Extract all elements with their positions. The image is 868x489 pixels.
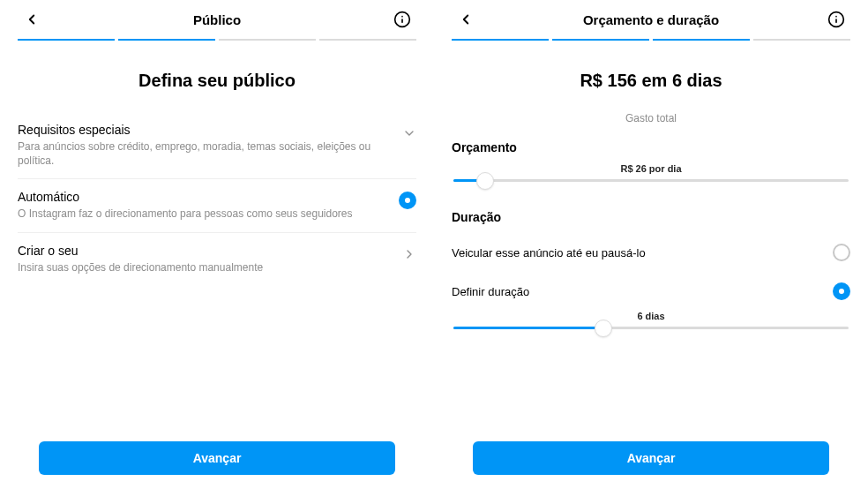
main-title: Defina seu público	[18, 71, 416, 91]
chevron-left-icon	[458, 11, 474, 27]
spend-title: R$ 156 em 6 dias	[452, 71, 850, 91]
duration-option-label: Veicular esse anúncio até eu pausá-lo	[452, 246, 646, 260]
chevron-right-icon	[402, 245, 416, 263]
chevron-down-icon	[402, 124, 416, 142]
header-title: Público	[193, 12, 241, 27]
option-desc: Para anúncios sobre crédito, emprego, mo…	[18, 139, 392, 168]
audience-option[interactable]: Requisitos especiaisPara anúncios sobre …	[18, 112, 416, 179]
duration-option[interactable]: Definir duração	[452, 272, 850, 311]
audience-option[interactable]: AutomáticoO Instagram faz o direcionamen…	[18, 179, 416, 232]
progress-segment	[18, 39, 115, 41]
screen-publico: Público Defina seu público Requisitos es…	[0, 0, 434, 489]
duration-slider-label: 6 dias	[453, 311, 849, 321]
info-button[interactable]	[826, 9, 847, 30]
option-text: AutomáticoO Instagram faz o direcionamen…	[18, 190, 399, 221]
audience-option[interactable]: Criar o seuInsira suas opções de direcio…	[18, 233, 416, 285]
duration-slider-thumb[interactable]	[595, 320, 612, 337]
budget-slider-group: R$ 26 por dia	[452, 163, 850, 198]
option-desc: O Instagram faz o direcionamento para pe…	[18, 207, 388, 221]
progress-segment	[552, 39, 649, 41]
radio[interactable]	[833, 282, 850, 300]
header-title: Orçamento e duração	[583, 12, 719, 27]
duration-options: Veicular esse anúncio até eu pausá-loDef…	[452, 233, 850, 311]
progress-segment	[118, 39, 215, 41]
option-title: Automático	[18, 190, 388, 204]
duration-option-label: Definir duração	[452, 285, 529, 298]
back-button[interactable]	[21, 9, 42, 30]
budget-slider[interactable]	[453, 179, 849, 182]
radio[interactable]	[399, 192, 416, 209]
duration-slider-group: 6 dias	[452, 311, 850, 345]
progress-bar	[18, 39, 416, 41]
header: Público	[18, 0, 416, 39]
duration-option[interactable]: Veicular esse anúncio até eu pausá-lo	[452, 233, 850, 272]
radio[interactable]	[833, 244, 850, 261]
option-desc: Insira suas opções de direcionamento man…	[18, 260, 392, 275]
progress-segment	[653, 39, 750, 41]
info-icon	[393, 11, 411, 28]
progress-bar	[452, 39, 850, 41]
content: R$ 156 em 6 dias Gasto total Orçamento R…	[452, 58, 850, 441]
duration-slider[interactable]	[453, 327, 849, 329]
duration-slider-fill	[453, 327, 603, 329]
option-title: Requisitos especiais	[18, 123, 392, 137]
header: Orçamento e duração	[452, 0, 850, 39]
duration-section-label: Duração	[452, 210, 850, 224]
screen-orcamento: Orçamento e duração R$ 156 em 6 dias Gas…	[434, 0, 868, 489]
back-button[interactable]	[455, 9, 476, 30]
progress-segment	[753, 39, 850, 41]
info-icon	[827, 11, 845, 28]
progress-segment	[319, 39, 416, 41]
option-text: Requisitos especiaisPara anúncios sobre …	[18, 123, 402, 168]
budget-slider-thumb[interactable]	[476, 172, 494, 190]
progress-segment	[219, 39, 316, 41]
chevron-left-icon	[24, 11, 40, 27]
audience-options: Requisitos especiaisPara anúncios sobre …	[18, 112, 416, 285]
option-title: Criar o seu	[18, 244, 392, 258]
budget-section-label: Orçamento	[452, 140, 850, 154]
progress-segment	[452, 39, 549, 41]
content: Defina seu público Requisitos especiaisP…	[18, 58, 416, 441]
info-button[interactable]	[392, 9, 413, 30]
next-button[interactable]: Avançar	[39, 441, 395, 475]
option-text: Criar o seuInsira suas opções de direcio…	[18, 244, 402, 275]
spend-subtitle: Gasto total	[452, 112, 850, 124]
next-button[interactable]: Avançar	[473, 441, 829, 475]
budget-per-day-label: R$ 26 por dia	[453, 163, 849, 174]
